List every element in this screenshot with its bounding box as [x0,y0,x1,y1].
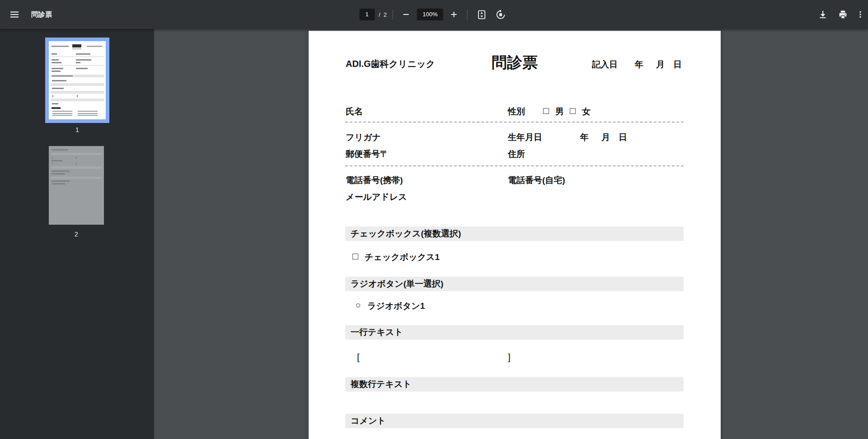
section-checkbox-header: チェックボックス(複数選択) [345,227,684,241]
thumb-line [52,115,72,116]
page-2-thumbnail[interactable] [49,146,104,225]
entry-date-label: 記入日 [592,59,618,71]
page-divider: / [379,11,380,18]
thumb-line [52,103,58,104]
thumb-line [52,95,53,97]
thumb-line [52,149,68,151]
zoom-level-input[interactable]: 100% [417,9,443,20]
section-single-line-header: 一行テキスト [345,325,684,340]
entry-date-year: 年 [635,59,643,71]
thumb-line [52,62,61,63]
print-button[interactable] [834,5,852,24]
page-number-input[interactable]: 1 [359,9,375,20]
document-title: 問診票 [31,10,52,19]
dashed-divider [345,165,684,166]
birth-year: 年 [580,132,589,143]
checkbox-icon: □ [352,251,358,262]
field-postal-label: 郵便番号〒 [346,148,389,160]
fit-to-page-icon [477,10,486,19]
thumb-line [78,115,98,116]
thumbnail-sidebar: 1 2 [0,29,154,439]
toolbar-separator [467,9,468,19]
radio-icon: ○ [356,300,361,310]
page-1-thumbnail[interactable] [45,38,109,123]
thumb-line [52,107,61,109]
thumb-line [51,57,104,57]
birth-month: 月 [601,132,610,143]
pdf-toolbar: 問診票 1 / 2 100% [0,0,868,29]
download-button[interactable] [814,5,832,24]
thumb-line [52,111,72,112]
download-icon [818,10,827,19]
field-phone-mobile-label: 電話番号(携帯) [346,175,403,186]
thumb-line [51,99,104,101]
thumb-line [78,111,98,112]
bracket-close: ] [508,352,511,363]
thumb-line [76,157,77,159]
plus-icon [450,11,458,18]
thumb-line [78,113,98,114]
field-birthdate-label: 生年月日 [508,132,542,143]
zoom-in-button[interactable] [447,7,461,22]
field-furigana-label: フリガナ [346,132,381,143]
minus-icon [403,11,410,18]
thumb-line [52,170,70,172]
field-address-label: 住所 [508,148,525,160]
kebab-menu-icon [856,10,864,19]
section-radio-header: ラジオボタン(単一選択) [345,277,684,291]
more-options-icon[interactable] [854,5,867,24]
thumb-line [52,163,53,165]
print-icon [838,10,848,19]
menu-icon[interactable] [5,5,23,24]
page-2-thumbnail-label[interactable]: 2 [67,231,85,238]
pdf-viewer-app: 問診票 1 / 2 100% [0,0,868,439]
thumb-line [52,160,62,161]
thumb-line [72,44,81,47]
thumb-line [52,71,61,72]
toolbar-separator [393,9,393,19]
thumb-line [52,68,63,69]
thumb-line [52,180,70,182]
thumb-line [52,88,64,89]
field-name-label: 氏名 [346,106,363,118]
thumb-line [52,80,66,81]
fit-to-page-button[interactable] [474,6,490,23]
gender-male-label: 男 [555,106,564,118]
zoom-out-button[interactable] [399,7,413,22]
thumb-line [52,59,59,61]
thumb-line [51,65,104,66]
thumb-line [52,173,65,175]
entry-date-day: 日 [673,59,682,71]
field-phone-home-label: 電話番号(自宅) [508,175,565,186]
page-1-thumbnail-label[interactable]: 1 [68,126,86,133]
thumb-line [52,76,73,77]
checkbox-item-label: チェックボックス1 [365,251,440,263]
dashed-divider [345,122,684,123]
birth-day: 日 [619,132,627,143]
toolbar-right [814,0,867,29]
thumb-line [76,163,77,165]
document-viewer: 問診票 ADI.G歯科クリニック 記入日 年 月 日 氏名 性別 □ 男 □ 女… [154,29,868,439]
thumb-line [76,68,88,69]
thumb-line [77,95,78,97]
rotate-counterclockwise-icon [496,10,505,19]
thumb-line [51,166,102,169]
field-email-label: メールアドレス [346,191,407,203]
thumb-line [51,153,102,155]
toolbar-left: 問診票 [0,0,52,29]
thumb-line [52,183,65,184]
thumb-line [51,91,104,94]
thumb-line [72,48,81,49]
thumb-line [52,113,72,114]
toolbar-center-controls: 1 / 2 100% [359,0,509,29]
radio-item-label: ラジオボタン1 [367,300,425,312]
thumb-line [52,157,53,159]
gender-female-label: 女 [582,106,591,118]
thumb-line [76,53,90,55]
thumb-line [52,46,69,47]
section-comment-header: コメント [345,414,684,428]
rotate-button[interactable] [493,6,509,23]
thumb-line [52,53,57,55]
field-gender-label: 性別 [508,106,525,118]
thumb-line [51,177,102,179]
